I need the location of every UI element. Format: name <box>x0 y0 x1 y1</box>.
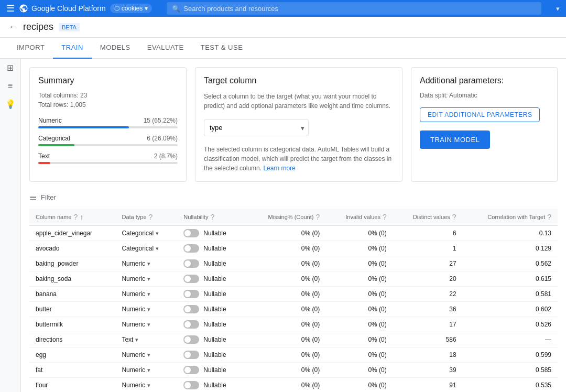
nullability-toggle-3[interactable] <box>183 275 199 283</box>
text-stat-row: Text 2 (8.7%) <box>38 153 178 164</box>
tab-import[interactable]: IMPORT <box>8 38 53 59</box>
numeric-label: Numeric <box>38 117 62 124</box>
hamburger-icon[interactable]: ☰ <box>6 3 15 14</box>
cell-nullability-8: Nullable <box>177 347 246 363</box>
list-icon[interactable]: ≡ <box>8 81 13 91</box>
cell-invalid-7: 0% (0) <box>326 332 393 347</box>
back-button[interactable]: ← <box>8 21 18 32</box>
cell-name-4: banana <box>29 287 115 302</box>
col-header-nullability: Nullability ? <box>177 209 246 226</box>
col-header-distinct: Distinct values ? <box>393 209 463 226</box>
total-rows: Total rows: 1,005 <box>38 101 178 108</box>
cell-correlation-3: 0.615 <box>463 271 558 287</box>
cookies-selector[interactable]: ⬡ cookies ▾ <box>110 4 153 13</box>
type-dropdown-3[interactable]: ▾ <box>147 276 150 282</box>
learn-more-link[interactable]: Learn more <box>263 165 295 172</box>
cell-correlation-0: 0.13 <box>463 226 558 241</box>
cell-missing-0: 0% (0) <box>246 226 326 241</box>
col-null-help-icon[interactable]: ? <box>210 213 214 221</box>
tab-test-use[interactable]: TEST & USE <box>192 38 252 59</box>
table-row: flour Numeric ▾ Nullable 0% (0) 0% (0) 9… <box>29 378 558 393</box>
col-name-sort-icon[interactable]: ↑ <box>80 213 83 221</box>
target-description: Select a column to be the target (what y… <box>204 92 394 111</box>
type-dropdown-7[interactable]: ▾ <box>135 336 138 343</box>
type-dropdown-5[interactable]: ▾ <box>147 306 150 313</box>
categorical-stat-row: Categorical 6 (26.09%) <box>38 135 178 146</box>
cell-missing-4: 0% (0) <box>246 287 326 302</box>
nullability-toggle-0[interactable] <box>183 229 199 237</box>
cell-distinct-9: 39 <box>393 363 463 378</box>
cell-invalid-6: 0% (0) <box>326 317 393 332</box>
col-distinct-help-icon[interactable]: ? <box>452 213 456 221</box>
col-missing-help-icon[interactable]: ? <box>315 213 320 221</box>
tab-train[interactable]: TRAIN <box>53 38 92 59</box>
nullability-toggle-5[interactable] <box>183 305 199 313</box>
cell-invalid-8: 0% (0) <box>326 347 393 363</box>
categorical-bar <box>38 144 178 146</box>
search-icon: 🔍 <box>172 5 180 13</box>
col-corr-help-icon[interactable]: ? <box>547 213 551 221</box>
cell-invalid-1: 0% (0) <box>326 241 393 256</box>
cell-distinct-1: 1 <box>393 241 463 256</box>
cell-type-2: Numeric ▾ <box>115 256 177 271</box>
search-bar[interactable]: 🔍 Search products and resources <box>167 2 541 15</box>
nullability-toggle-2[interactable] <box>183 259 199 268</box>
type-dropdown-9[interactable]: ▾ <box>147 367 150 374</box>
type-dropdown-10[interactable]: ▾ <box>147 382 150 389</box>
data-table: Column name ? ↑ Data type ? Nullab <box>29 209 558 392</box>
type-dropdown-8[interactable]: ▾ <box>147 352 150 358</box>
cell-type-4: Numeric ▾ <box>115 287 177 302</box>
main-layout: ⊞ ≡ 💡 Summary Total columns: 23 Total ro… <box>0 59 566 392</box>
type-dropdown-2[interactable]: ▾ <box>147 260 150 267</box>
cell-distinct-4: 22 <box>393 287 463 302</box>
cell-nullability-0: Nullable <box>177 226 246 241</box>
edit-params-button[interactable]: EDIT ADDITIONAL PARAMETERS <box>420 107 540 122</box>
col-header-correlation: Correlation with Target ? <box>463 209 558 226</box>
cell-name-6: buttermilk <box>29 317 115 332</box>
table-header-row: Column name ? ↑ Data type ? Nullab <box>29 209 558 226</box>
target-select[interactable]: type <box>204 119 309 136</box>
nullability-toggle-9[interactable] <box>183 366 199 374</box>
nullability-toggle-10[interactable] <box>183 381 199 389</box>
type-dropdown-4[interactable]: ▾ <box>147 291 150 298</box>
cell-missing-9: 0% (0) <box>246 363 326 378</box>
train-model-button[interactable]: TRAIN MODEL <box>420 130 490 149</box>
cell-name-9: fat <box>29 363 115 378</box>
cell-invalid-5: 0% (0) <box>326 302 393 317</box>
grid-icon[interactable]: ⊞ <box>7 63 14 73</box>
nullability-toggle-7[interactable] <box>183 335 199 344</box>
top-panels: Summary Total columns: 23 Total rows: 1,… <box>29 67 558 182</box>
type-dropdown-1[interactable]: ▾ <box>156 245 159 252</box>
text-bar <box>38 162 178 164</box>
table-row: baking_soda Numeric ▾ Nullable 0% (0) 0%… <box>29 271 558 287</box>
tab-models[interactable]: MODELS <box>92 38 139 59</box>
cell-name-7: directions <box>29 332 115 347</box>
cell-invalid-2: 0% (0) <box>326 256 393 271</box>
type-dropdown-0[interactable]: ▾ <box>156 230 159 237</box>
nullability-toggle-6[interactable] <box>183 320 199 329</box>
summary-panel: Summary Total columns: 23 Total rows: 1,… <box>29 67 187 182</box>
col-name-help-icon[interactable]: ? <box>73 213 78 221</box>
cell-correlation-8: 0.599 <box>463 347 558 363</box>
nullability-toggle-8[interactable] <box>183 351 199 359</box>
text-bar-fill <box>38 162 50 164</box>
breadcrumb: ← recipes BETA <box>0 17 566 38</box>
table-row: directions Text ▾ Nullable 0% (0) 0% (0)… <box>29 332 558 347</box>
col-type-help-icon[interactable]: ? <box>149 213 153 221</box>
expand-icon[interactable]: ▾ <box>556 5 560 13</box>
bulb-icon[interactable]: 💡 <box>5 99 16 109</box>
nullability-toggle-1[interactable] <box>183 244 199 253</box>
params-panel: Additional parameters: Data split: Autom… <box>411 67 558 182</box>
text-label: Text <box>38 153 50 160</box>
cell-correlation-9: 0.585 <box>463 363 558 378</box>
target-select-wrapper[interactable]: type ▾ <box>204 119 309 136</box>
col-invalid-help-icon[interactable]: ? <box>383 213 387 221</box>
filter-bar: ⚌ Filter <box>29 190 558 204</box>
sidebar-icons: ⊞ ≡ 💡 <box>0 59 21 392</box>
nullability-toggle-4[interactable] <box>183 290 199 298</box>
col-header-type: Data type ? <box>115 209 177 226</box>
cell-missing-10: 0% (0) <box>246 378 326 393</box>
tab-evaluate[interactable]: EVALUATE <box>139 38 192 59</box>
table-row: apple_cider_vinegar Categorical ▾ Nullab… <box>29 226 558 241</box>
type-dropdown-6[interactable]: ▾ <box>147 321 150 328</box>
